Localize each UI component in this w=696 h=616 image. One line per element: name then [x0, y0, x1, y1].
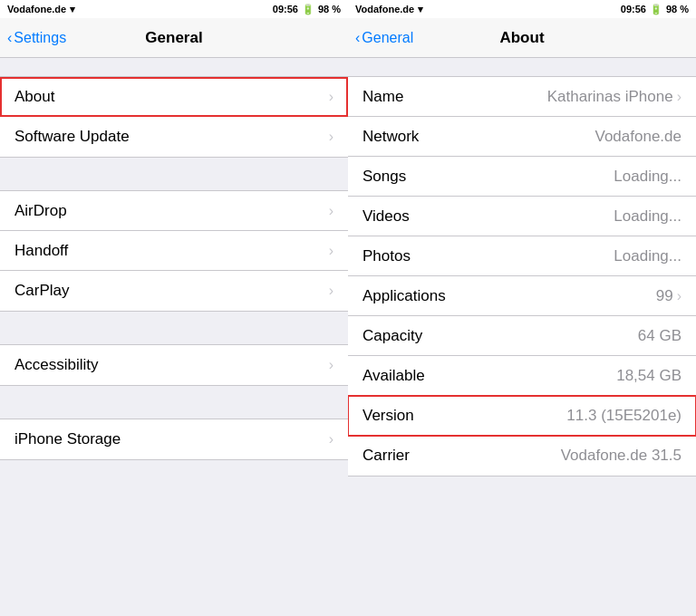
applications-chevron-icon: ›	[677, 288, 682, 304]
spacer-3	[0, 312, 348, 344]
version-label: Version	[362, 407, 414, 425]
photos-value-group: Loading...	[614, 247, 682, 265]
left-group-2: AirDrop › Handoff › CarPlay ›	[0, 190, 348, 312]
left-back-chevron-icon: ‹	[7, 30, 12, 46]
about-label: About	[14, 88, 54, 106]
left-group-4: iPhone Storage ›	[0, 419, 348, 460]
left-carrier: Vodafone.de	[7, 4, 66, 14]
airdrop-item[interactable]: AirDrop ›	[0, 191, 348, 231]
carplay-right: ›	[329, 283, 334, 299]
left-back-button[interactable]: ‹ Settings	[7, 30, 66, 46]
left-panel: Vodafone.de ▾ 09:56 🔋 98 % ‹ Settings Ge…	[0, 0, 348, 616]
left-back-label: Settings	[14, 30, 66, 46]
left-nav-title: General	[145, 29, 202, 47]
carrier-row: Carrier Vodafone.de 31.5	[348, 436, 696, 476]
version-row: Version 11.3 (15E5201e)	[348, 396, 696, 436]
handoff-right: ›	[329, 243, 334, 259]
software-update-right: ›	[329, 129, 334, 145]
songs-value: Loading...	[614, 168, 682, 186]
songs-label: Songs	[362, 168, 406, 186]
about-group: Name Katharinas iPhone › Network Vodafon…	[348, 76, 696, 476]
network-value-group: Vodafone.de	[595, 128, 682, 146]
songs-value-group: Loading...	[614, 168, 682, 186]
photos-value: Loading...	[614, 247, 682, 265]
available-label: Available	[362, 367, 425, 385]
videos-label: Videos	[362, 207, 410, 226]
right-carrier: Vodafone.de	[355, 4, 414, 14]
applications-value: 99	[656, 287, 673, 305]
photos-label: Photos	[362, 247, 411, 265]
accessibility-label: Accessibility	[14, 356, 99, 374]
spacer-1	[0, 58, 348, 76]
about-chevron-icon: ›	[329, 89, 334, 105]
available-value-group: 18,54 GB	[616, 367, 682, 385]
right-scroll-content: Name Katharinas iPhone › Network Vodafon…	[348, 58, 696, 616]
carrier-value-group: Vodafone.de 31.5	[561, 447, 682, 465]
right-back-label: General	[362, 30, 413, 46]
spacer-2	[0, 158, 348, 190]
capacity-row: Capacity 64 GB	[348, 316, 696, 356]
software-update-chevron-icon: ›	[329, 129, 334, 145]
left-battery-pct: 98 %	[318, 4, 341, 14]
handoff-chevron-icon: ›	[329, 243, 334, 259]
software-update-item[interactable]: Software Update ›	[0, 117, 348, 157]
videos-value-group: Loading...	[614, 207, 682, 226]
carplay-label: CarPlay	[14, 282, 69, 300]
capacity-value: 64 GB	[638, 327, 682, 345]
carplay-chevron-icon: ›	[329, 283, 334, 299]
about-item[interactable]: About ›	[0, 77, 348, 117]
applications-row[interactable]: Applications 99 ›	[348, 276, 696, 316]
available-value: 18,54 GB	[616, 367, 682, 385]
left-status-right: 09:56 🔋 98 %	[273, 4, 341, 15]
accessibility-chevron-icon: ›	[329, 357, 334, 373]
right-status-left: Vodafone.de ▾	[355, 4, 423, 15]
name-row[interactable]: Name Katharinas iPhone ›	[348, 77, 696, 117]
applications-label: Applications	[362, 287, 446, 305]
applications-value-group: 99 ›	[656, 287, 682, 305]
carrier-value: Vodafone.de 31.5	[561, 447, 682, 465]
version-value: 11.3 (15E5201e)	[566, 407, 682, 425]
iphone-storage-right: ›	[329, 431, 334, 448]
right-back-chevron-icon: ‹	[355, 30, 360, 46]
right-status-right: 09:56 🔋 98 %	[621, 4, 689, 15]
left-status-left: Vodafone.de ▾	[7, 4, 75, 15]
iphone-storage-label: iPhone Storage	[14, 430, 121, 448]
right-back-button[interactable]: ‹ General	[355, 30, 413, 46]
capacity-label: Capacity	[362, 327, 422, 345]
songs-row: Songs Loading...	[348, 157, 696, 197]
carplay-item[interactable]: CarPlay ›	[0, 271, 348, 311]
right-nav-bar: ‹ General About	[348, 18, 696, 58]
airdrop-right: ›	[329, 203, 334, 219]
left-wifi-icon: ▾	[70, 4, 75, 15]
airdrop-label: AirDrop	[14, 202, 67, 220]
accessibility-right: ›	[329, 357, 334, 373]
left-group-3: Accessibility ›	[0, 344, 348, 386]
right-status-bar: Vodafone.de ▾ 09:56 🔋 98 %	[348, 0, 696, 18]
handoff-item[interactable]: Handoff ›	[0, 231, 348, 271]
network-row: Network Vodafone.de	[348, 117, 696, 157]
network-label: Network	[362, 128, 419, 146]
videos-value: Loading...	[614, 207, 682, 226]
right-battery-pct: 98 %	[666, 4, 689, 14]
right-panel: Vodafone.de ▾ 09:56 🔋 98 % ‹ General Abo…	[348, 0, 696, 616]
right-battery-icon: 🔋	[650, 4, 662, 15]
left-group-1: About › Software Update ›	[0, 76, 348, 158]
right-wifi-icon: ▾	[418, 4, 423, 15]
iphone-storage-item[interactable]: iPhone Storage ›	[0, 419, 348, 459]
name-value: Katharinas iPhone	[547, 88, 673, 106]
name-chevron-icon: ›	[677, 89, 682, 105]
iphone-storage-chevron-icon: ›	[329, 431, 334, 448]
capacity-value-group: 64 GB	[638, 327, 682, 345]
videos-row: Videos Loading...	[348, 197, 696, 236]
photos-row: Photos Loading...	[348, 236, 696, 276]
left-status-bar: Vodafone.de ▾ 09:56 🔋 98 %	[0, 0, 348, 18]
name-label: Name	[362, 88, 403, 106]
right-time: 09:56	[621, 4, 646, 14]
carrier-label: Carrier	[362, 447, 410, 465]
available-row: Available 18,54 GB	[348, 356, 696, 396]
network-value: Vodafone.de	[595, 128, 682, 146]
right-spacer-top	[348, 58, 696, 76]
left-battery-icon: 🔋	[302, 4, 314, 15]
right-nav-title: About	[499, 29, 544, 47]
accessibility-item[interactable]: Accessibility ›	[0, 345, 348, 385]
